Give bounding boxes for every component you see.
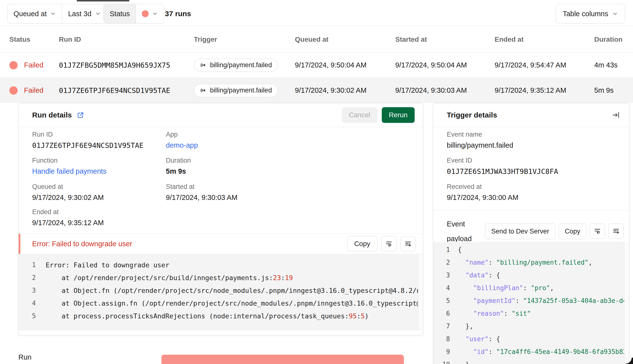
ended-value: 9/17/2024, 9:35:12 AM bbox=[32, 219, 104, 227]
trigger-details-panel: Trigger details Event name billing/payme… bbox=[433, 103, 629, 364]
event-payload-json: 1{ 2 "name": "billing/payment.failed", 3… bbox=[433, 242, 629, 364]
ended-field: Ended at 9/17/2024, 9:35:12 AM bbox=[32, 208, 104, 227]
chevron-down-icon bbox=[95, 11, 101, 17]
column-header-started: Started at bbox=[395, 26, 427, 53]
time-range-filter-label: Last 3d bbox=[68, 10, 91, 18]
json-line: 6 "reason": "sit" bbox=[433, 307, 629, 320]
time-field-filter-group: Queued at Last 3d bbox=[7, 4, 107, 24]
json-line: 4 "billingPlan": "pro", bbox=[433, 282, 629, 294]
stack-line: 2 at /opt/render/project/src/build/innge… bbox=[19, 271, 423, 284]
line-number: 3 bbox=[26, 287, 36, 294]
received-field: Received at 9/17/2024, 9:30:00 AM bbox=[447, 183, 518, 202]
expand-lines-icon bbox=[404, 240, 412, 248]
event-id-value: 01J7ZE6S1MJWA33HT9B1VJC8FA bbox=[447, 167, 558, 176]
started-at-value: 9/17/2024, 9:30:03 AM bbox=[395, 78, 467, 103]
status-filter-value-button[interactable] bbox=[136, 4, 164, 23]
payload-scrollbar[interactable] bbox=[624, 242, 629, 364]
wrap-text-icon-button[interactable] bbox=[590, 224, 605, 239]
trigger-cell: billing/payment.failed bbox=[194, 53, 278, 77]
event-name-value: billing/payment.failed bbox=[447, 141, 513, 150]
event-payload-label: Event payload bbox=[447, 216, 488, 246]
started-field: Started at 9/17/2024, 9:30:03 AM bbox=[166, 183, 238, 202]
queued-at-filter-button[interactable]: Queued at bbox=[8, 4, 62, 23]
column-header-run-id: Run ID bbox=[59, 26, 81, 53]
ended-at-value: 9/17/2024, 9:54:47 AM bbox=[494, 53, 566, 77]
stack-scrollbar[interactable] bbox=[418, 254, 423, 331]
time-range-filter-button[interactable]: Last 3d bbox=[62, 4, 106, 23]
json-line: 5 "paymentId": "1437a25f-05a3-404a-ab3e-… bbox=[433, 294, 629, 307]
app-link[interactable]: demo-app bbox=[166, 141, 198, 150]
trigger-pill[interactable]: billing/payment.failed bbox=[194, 58, 278, 72]
copy-error-button[interactable]: Copy bbox=[347, 236, 377, 252]
duration-field: Duration 5m 9s bbox=[166, 157, 191, 176]
function-link[interactable]: Handle failed payments bbox=[32, 167, 106, 176]
run-id-field: Run ID 01J7ZE6TPJF6E94NCSD1V95TAE bbox=[32, 131, 144, 150]
received-value: 9/17/2024, 9:30:00 AM bbox=[447, 194, 518, 202]
stack-line: 1 Error: Failed to downgrade user bbox=[19, 258, 423, 271]
function-label: Function bbox=[32, 157, 106, 164]
status-filter-group: Status bbox=[104, 4, 164, 24]
run-details-panel: Run details Cancel Rerun Run ID 01J7ZE6T… bbox=[18, 103, 423, 336]
json-line: 3 "data": { bbox=[433, 269, 629, 282]
cancel-button[interactable]: Cancel bbox=[342, 107, 377, 123]
wrap-text-icon bbox=[594, 228, 601, 235]
json-line: 10 } bbox=[433, 358, 629, 364]
copy-payload-button[interactable]: Copy bbox=[559, 224, 586, 239]
rerun-button[interactable]: Rerun bbox=[382, 107, 415, 123]
line-number: 5 bbox=[26, 312, 36, 320]
collapse-right-icon[interactable] bbox=[612, 111, 620, 119]
chevron-down-icon bbox=[152, 11, 158, 17]
send-to-dev-server-button[interactable]: Send to Dev Server bbox=[485, 224, 555, 239]
run-id-value: 01J7ZE6TPJF6E94NCSD1V95TAE bbox=[32, 141, 144, 150]
event-name-label: Event name bbox=[447, 131, 513, 138]
external-link-icon[interactable] bbox=[77, 111, 84, 119]
ended-at-value: 9/17/2024, 9:35:12 AM bbox=[494, 78, 566, 103]
status-label: Failed bbox=[24, 61, 44, 69]
error-header: Error: Failed to downgrade user Copy bbox=[19, 234, 423, 254]
run-timeline-label: Run bbox=[18, 353, 32, 361]
expand-lines-icon-button[interactable] bbox=[608, 224, 624, 239]
status-label: Failed bbox=[24, 86, 44, 94]
run-id-label: Run ID bbox=[32, 131, 144, 138]
stack-line: 3 at Object.fn (/opt/render/project/src/… bbox=[19, 284, 423, 297]
trigger-event-name: billing/payment.failed bbox=[210, 61, 272, 69]
column-header-trigger: Trigger bbox=[194, 26, 217, 53]
json-line: 2 "name": "billing/payment.failed", bbox=[433, 256, 629, 269]
column-header-status: Status bbox=[9, 26, 30, 53]
chevron-down-icon bbox=[612, 11, 618, 17]
event-id-label: Event ID bbox=[447, 157, 558, 164]
json-line: 9 "id": "17ca4ff6-45ea-4149-9b48-6fa935b… bbox=[433, 345, 629, 358]
column-header-ended: Ended at bbox=[494, 26, 524, 53]
trigger-details-header: Trigger details bbox=[433, 103, 629, 127]
table-row-selected[interactable]: Failed 01J7ZE6TPJF6E94NCSD1V95TAE billin… bbox=[0, 78, 633, 103]
stack-line: 5 at process.processTicksAndRejections (… bbox=[19, 310, 423, 322]
line-number: 2 bbox=[26, 274, 36, 281]
column-header-duration: Duration bbox=[594, 26, 622, 53]
status-filter-label: Status bbox=[110, 10, 130, 18]
error-stack-trace: 1 Error: Failed to downgrade user 2 at /… bbox=[19, 254, 423, 331]
started-value: 9/17/2024, 9:30:03 AM bbox=[166, 194, 238, 202]
top-dark-bar bbox=[77, 0, 129, 2]
runs-table-header: Status Run ID Trigger Queued at Started … bbox=[0, 26, 633, 53]
table-columns-button[interactable]: Table columns bbox=[556, 4, 625, 24]
expand-lines-icon-button[interactable] bbox=[400, 236, 416, 252]
run-details-title: Run details bbox=[32, 111, 72, 119]
run-id: 01J7ZE6TPJF6E94NCSD1V95TAE bbox=[59, 78, 170, 103]
payload-actions: Send to Dev Server Copy bbox=[485, 224, 624, 239]
app-label: App bbox=[166, 131, 198, 138]
window-corner bbox=[625, 358, 633, 364]
payload-divider bbox=[433, 210, 629, 210]
queued-at-filter-label: Queued at bbox=[14, 10, 46, 18]
json-line: 7 }, bbox=[433, 320, 629, 332]
table-row[interactable]: Failed 01J7ZFBG5DMM85MJA9H659JX75 billin… bbox=[0, 53, 633, 78]
json-line: 8 "user": { bbox=[433, 332, 629, 345]
run-details-header: Run details Cancel Rerun bbox=[19, 103, 423, 127]
event-name-field: Event name billing/payment.failed bbox=[447, 131, 513, 150]
ended-label: Ended at bbox=[32, 208, 104, 216]
line-number: 1 bbox=[26, 261, 36, 268]
wrap-text-icon-button[interactable] bbox=[381, 236, 396, 252]
run-timeline-bar[interactable] bbox=[162, 355, 404, 364]
duration-label: Duration bbox=[166, 157, 191, 164]
received-label: Received at bbox=[447, 183, 518, 190]
trigger-pill[interactable]: billing/payment.failed bbox=[194, 84, 278, 97]
